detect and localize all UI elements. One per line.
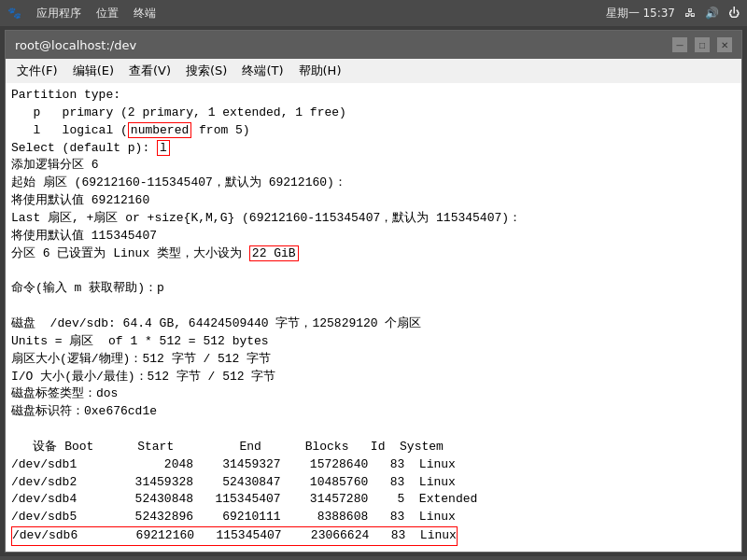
power-icon[interactable]: ⏻ bbox=[728, 7, 740, 20]
close-button[interactable]: ✕ bbox=[717, 37, 732, 52]
system-bar-right: 星期一 15:37 🖧 🔊 ⏻ bbox=[606, 6, 740, 21]
line-16: I/O 大小(最小/最佳)：512 字节 / 512 字节 bbox=[11, 369, 736, 386]
table-header: 设备 Boot Start End Blocks Id System bbox=[11, 439, 736, 456]
minimize-button[interactable]: ─ bbox=[672, 37, 687, 52]
system-bar-left: 🐾 应用程序 位置 终端 bbox=[7, 6, 156, 21]
window-title: root@localhost:/dev bbox=[15, 38, 136, 52]
row-sdb2: /dev/sdb2 31459328 52430847 10485760 83 … bbox=[11, 474, 736, 492]
line-15: 扇区大小(逻辑/物理)：512 字节 / 512 字节 bbox=[11, 351, 736, 369]
position-menu[interactable]: 位置 bbox=[96, 6, 119, 21]
datetime: 星期一 15:37 bbox=[606, 6, 675, 21]
line-12 bbox=[11, 298, 736, 315]
menu-edit[interactable]: 编辑(E) bbox=[67, 61, 120, 81]
menu-file[interactable]: 文件(F) bbox=[11, 61, 63, 81]
menu-search[interactable]: 搜索(S) bbox=[180, 61, 233, 81]
line-9: 分区 6 已设置为 Linux 类型，大小设为 22 GiB bbox=[11, 245, 736, 263]
select-l-highlight: l bbox=[157, 140, 170, 156]
row-sdb6: /dev/sdb6 69212160 115345407 23066624 83… bbox=[11, 526, 458, 546]
menu-view[interactable]: 查看(V) bbox=[123, 61, 176, 81]
line-4: 添加逻辑分区 6 bbox=[11, 157, 736, 175]
row-sdb5: /dev/sdb5 52432896 69210111 8388608 83 L… bbox=[11, 509, 736, 526]
line-11: 命令(输入 m 获取帮助)：p bbox=[11, 280, 736, 298]
menu-terminal[interactable]: 终端(T) bbox=[236, 61, 289, 81]
line-8: 将使用默认值 115345407 bbox=[11, 228, 736, 245]
line-13: 磁盘 /dev/sdb: 64.4 GB, 64424509440 字节，125… bbox=[11, 315, 736, 333]
maximize-button[interactable]: □ bbox=[695, 37, 710, 52]
menu-bar: 文件(F) 编辑(E) 查看(V) 搜索(S) 终端(T) 帮助(H) bbox=[6, 59, 741, 83]
line-17: 磁盘标签类型：dos bbox=[11, 385, 736, 403]
line-10 bbox=[11, 262, 736, 280]
terminal-menu[interactable]: 终端 bbox=[134, 6, 156, 21]
row-sdb1: /dev/sdb1 2048 31459327 15728640 83 Linu… bbox=[11, 456, 736, 474]
line-1: p primary (2 primary, 1 extended, 1 free… bbox=[11, 105, 736, 122]
line-7: Last 扇区, +扇区 or +size{K,M,G} (69212160-1… bbox=[11, 210, 736, 228]
terminal-output: Partition type: p primary (2 primary, 1 … bbox=[6, 83, 741, 552]
volume-icon: 🔊 bbox=[705, 7, 719, 20]
line-6: 将使用默认值 69212160 bbox=[11, 192, 736, 210]
line-14: Units = 扇区 of 1 * 512 = 512 bytes bbox=[11, 333, 736, 351]
network-icon: 🖧 bbox=[684, 7, 696, 20]
line-18: 磁盘标识符：0xe676cd1e bbox=[11, 403, 736, 421]
line-0: Partition type: bbox=[11, 87, 736, 105]
title-bar-buttons: ─ □ ✕ bbox=[672, 37, 732, 52]
row-sdb4: /dev/sdb4 52430848 115345407 31457280 5 … bbox=[11, 491, 736, 509]
menu-help[interactable]: 帮助(H) bbox=[293, 61, 347, 81]
numbered-highlight: numbered bbox=[128, 122, 191, 138]
line-2: l logical (numbered from 5) bbox=[11, 122, 736, 140]
system-bar: 🐾 应用程序 位置 终端 星期一 15:37 🖧 🔊 ⏻ bbox=[0, 0, 747, 26]
line-5: 起始 扇区 (69212160-115345407，默认为 69212160)： bbox=[11, 175, 736, 192]
apps-menu[interactable]: 应用程序 bbox=[36, 6, 81, 21]
line-19 bbox=[11, 421, 736, 439]
line-3: Select (default p): l bbox=[11, 140, 736, 158]
gib-highlight: 22 GiB bbox=[249, 245, 299, 261]
status-bar: 🖥 root@localhost:/dev 亿速云 bbox=[0, 556, 747, 560]
title-bar: root@localhost:/dev ─ □ ✕ bbox=[6, 31, 741, 59]
terminal-window: root@localhost:/dev ─ □ ✕ 文件(F) 编辑(E) 查看… bbox=[5, 30, 742, 553]
app-icon: 🐾 bbox=[7, 7, 21, 20]
